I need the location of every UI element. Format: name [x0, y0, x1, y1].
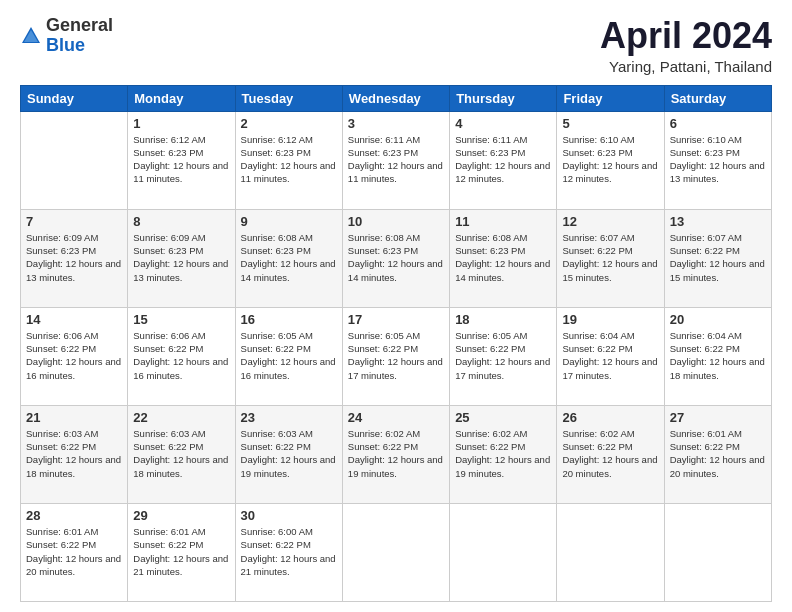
- calendar-cell: 22Sunrise: 6:03 AMSunset: 6:22 PMDayligh…: [128, 405, 235, 503]
- logo: General Blue: [20, 16, 113, 56]
- calendar-cell: [557, 503, 664, 601]
- calendar-cell: 26Sunrise: 6:02 AMSunset: 6:22 PMDayligh…: [557, 405, 664, 503]
- calendar-cell: 2Sunrise: 6:12 AMSunset: 6:23 PMDaylight…: [235, 111, 342, 209]
- location-title: Yaring, Pattani, Thailand: [600, 58, 772, 75]
- day-info: Sunrise: 6:00 AMSunset: 6:22 PMDaylight:…: [241, 525, 337, 578]
- day-number: 9: [241, 214, 337, 229]
- day-info: Sunrise: 6:06 AMSunset: 6:22 PMDaylight:…: [26, 329, 122, 382]
- day-info: Sunrise: 6:01 AMSunset: 6:22 PMDaylight:…: [670, 427, 766, 480]
- weekday-header: Tuesday: [235, 85, 342, 111]
- day-info: Sunrise: 6:09 AMSunset: 6:23 PMDaylight:…: [26, 231, 122, 284]
- day-number: 12: [562, 214, 658, 229]
- day-number: 13: [670, 214, 766, 229]
- calendar-cell: [664, 503, 771, 601]
- day-number: 7: [26, 214, 122, 229]
- calendar-cell: 29Sunrise: 6:01 AMSunset: 6:22 PMDayligh…: [128, 503, 235, 601]
- day-info: Sunrise: 6:12 AMSunset: 6:23 PMDaylight:…: [241, 133, 337, 186]
- day-number: 14: [26, 312, 122, 327]
- calendar-cell: 13Sunrise: 6:07 AMSunset: 6:22 PMDayligh…: [664, 209, 771, 307]
- weekday-header: Saturday: [664, 85, 771, 111]
- day-info: Sunrise: 6:05 AMSunset: 6:22 PMDaylight:…: [455, 329, 551, 382]
- day-info: Sunrise: 6:02 AMSunset: 6:22 PMDaylight:…: [455, 427, 551, 480]
- calendar-cell: 11Sunrise: 6:08 AMSunset: 6:23 PMDayligh…: [450, 209, 557, 307]
- calendar-cell: 14Sunrise: 6:06 AMSunset: 6:22 PMDayligh…: [21, 307, 128, 405]
- calendar-cell: 19Sunrise: 6:04 AMSunset: 6:22 PMDayligh…: [557, 307, 664, 405]
- calendar-cell: 10Sunrise: 6:08 AMSunset: 6:23 PMDayligh…: [342, 209, 449, 307]
- calendar-cell: [21, 111, 128, 209]
- day-info: Sunrise: 6:02 AMSunset: 6:22 PMDaylight:…: [562, 427, 658, 480]
- day-number: 30: [241, 508, 337, 523]
- day-number: 1: [133, 116, 229, 131]
- day-info: Sunrise: 6:11 AMSunset: 6:23 PMDaylight:…: [348, 133, 444, 186]
- calendar-cell: 25Sunrise: 6:02 AMSunset: 6:22 PMDayligh…: [450, 405, 557, 503]
- day-info: Sunrise: 6:03 AMSunset: 6:22 PMDaylight:…: [26, 427, 122, 480]
- day-info: Sunrise: 6:02 AMSunset: 6:22 PMDaylight:…: [348, 427, 444, 480]
- day-info: Sunrise: 6:01 AMSunset: 6:22 PMDaylight:…: [26, 525, 122, 578]
- calendar-cell: 23Sunrise: 6:03 AMSunset: 6:22 PMDayligh…: [235, 405, 342, 503]
- weekday-header: Monday: [128, 85, 235, 111]
- day-number: 19: [562, 312, 658, 327]
- day-number: 10: [348, 214, 444, 229]
- header: General Blue April 2024 Yaring, Pattani,…: [20, 16, 772, 75]
- day-number: 11: [455, 214, 551, 229]
- calendar-cell: 21Sunrise: 6:03 AMSunset: 6:22 PMDayligh…: [21, 405, 128, 503]
- day-info: Sunrise: 6:07 AMSunset: 6:22 PMDaylight:…: [562, 231, 658, 284]
- day-number: 27: [670, 410, 766, 425]
- day-number: 3: [348, 116, 444, 131]
- day-number: 8: [133, 214, 229, 229]
- calendar-cell: 5Sunrise: 6:10 AMSunset: 6:23 PMDaylight…: [557, 111, 664, 209]
- calendar-cell: 3Sunrise: 6:11 AMSunset: 6:23 PMDaylight…: [342, 111, 449, 209]
- calendar-table: SundayMondayTuesdayWednesdayThursdayFrid…: [20, 85, 772, 602]
- day-info: Sunrise: 6:08 AMSunset: 6:23 PMDaylight:…: [241, 231, 337, 284]
- day-info: Sunrise: 6:04 AMSunset: 6:22 PMDaylight:…: [562, 329, 658, 382]
- day-info: Sunrise: 6:11 AMSunset: 6:23 PMDaylight:…: [455, 133, 551, 186]
- day-number: 17: [348, 312, 444, 327]
- day-number: 29: [133, 508, 229, 523]
- day-info: Sunrise: 6:06 AMSunset: 6:22 PMDaylight:…: [133, 329, 229, 382]
- calendar-cell: [342, 503, 449, 601]
- calendar-cell: 9Sunrise: 6:08 AMSunset: 6:23 PMDaylight…: [235, 209, 342, 307]
- day-info: Sunrise: 6:04 AMSunset: 6:22 PMDaylight:…: [670, 329, 766, 382]
- day-info: Sunrise: 6:05 AMSunset: 6:22 PMDaylight:…: [241, 329, 337, 382]
- day-number: 5: [562, 116, 658, 131]
- day-number: 2: [241, 116, 337, 131]
- calendar-cell: 6Sunrise: 6:10 AMSunset: 6:23 PMDaylight…: [664, 111, 771, 209]
- logo-icon: [20, 25, 42, 47]
- calendar-cell: 12Sunrise: 6:07 AMSunset: 6:22 PMDayligh…: [557, 209, 664, 307]
- title-block: April 2024 Yaring, Pattani, Thailand: [600, 16, 772, 75]
- weekday-header: Thursday: [450, 85, 557, 111]
- day-number: 24: [348, 410, 444, 425]
- day-number: 20: [670, 312, 766, 327]
- day-number: 28: [26, 508, 122, 523]
- day-info: Sunrise: 6:05 AMSunset: 6:22 PMDaylight:…: [348, 329, 444, 382]
- calendar-cell: 15Sunrise: 6:06 AMSunset: 6:22 PMDayligh…: [128, 307, 235, 405]
- day-number: 21: [26, 410, 122, 425]
- day-number: 18: [455, 312, 551, 327]
- logo-text-general: General: [46, 15, 113, 35]
- day-number: 23: [241, 410, 337, 425]
- day-info: Sunrise: 6:10 AMSunset: 6:23 PMDaylight:…: [670, 133, 766, 186]
- calendar-cell: 8Sunrise: 6:09 AMSunset: 6:23 PMDaylight…: [128, 209, 235, 307]
- day-number: 25: [455, 410, 551, 425]
- day-info: Sunrise: 6:09 AMSunset: 6:23 PMDaylight:…: [133, 231, 229, 284]
- day-info: Sunrise: 6:12 AMSunset: 6:23 PMDaylight:…: [133, 133, 229, 186]
- logo-text-blue: Blue: [46, 35, 85, 55]
- calendar-cell: 18Sunrise: 6:05 AMSunset: 6:22 PMDayligh…: [450, 307, 557, 405]
- calendar-cell: 20Sunrise: 6:04 AMSunset: 6:22 PMDayligh…: [664, 307, 771, 405]
- day-number: 4: [455, 116, 551, 131]
- day-info: Sunrise: 6:07 AMSunset: 6:22 PMDaylight:…: [670, 231, 766, 284]
- day-number: 16: [241, 312, 337, 327]
- day-info: Sunrise: 6:03 AMSunset: 6:22 PMDaylight:…: [241, 427, 337, 480]
- day-info: Sunrise: 6:10 AMSunset: 6:23 PMDaylight:…: [562, 133, 658, 186]
- day-number: 15: [133, 312, 229, 327]
- day-info: Sunrise: 6:01 AMSunset: 6:22 PMDaylight:…: [133, 525, 229, 578]
- day-info: Sunrise: 6:08 AMSunset: 6:23 PMDaylight:…: [455, 231, 551, 284]
- calendar-cell: 4Sunrise: 6:11 AMSunset: 6:23 PMDaylight…: [450, 111, 557, 209]
- calendar-cell: [450, 503, 557, 601]
- calendar-cell: 17Sunrise: 6:05 AMSunset: 6:22 PMDayligh…: [342, 307, 449, 405]
- weekday-header: Friday: [557, 85, 664, 111]
- calendar-cell: 28Sunrise: 6:01 AMSunset: 6:22 PMDayligh…: [21, 503, 128, 601]
- calendar-cell: 16Sunrise: 6:05 AMSunset: 6:22 PMDayligh…: [235, 307, 342, 405]
- calendar-cell: 1Sunrise: 6:12 AMSunset: 6:23 PMDaylight…: [128, 111, 235, 209]
- month-title: April 2024: [600, 16, 772, 56]
